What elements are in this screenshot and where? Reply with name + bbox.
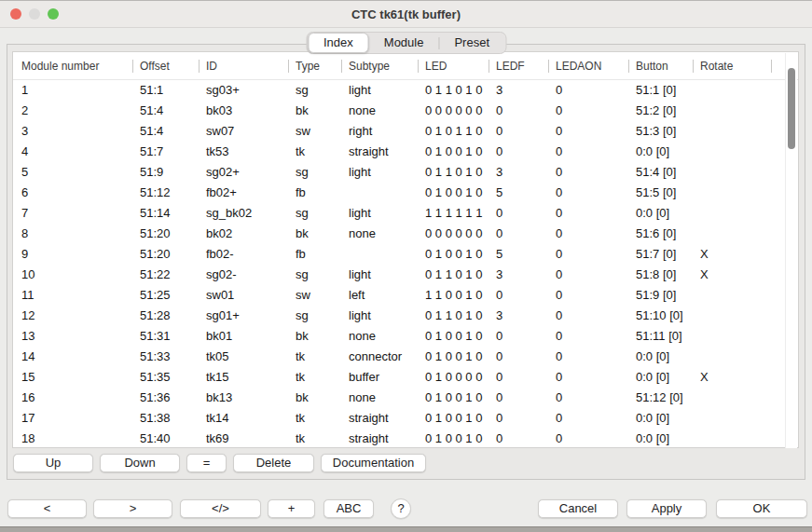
cell-rotate: X (693, 244, 772, 265)
cell-button: 51:8 [0] (628, 265, 693, 285)
table-row[interactable]: 1451:33tk05tkconnector0 1 0 0 1 0000:0 [… (13, 347, 798, 367)
cancel-button[interactable]: Cancel (538, 499, 618, 518)
cell-rotate (693, 306, 772, 326)
table-row[interactable]: 351:4sw07swright0 1 0 1 1 00051:3 [0] (13, 121, 798, 142)
column-header-button[interactable]: Button (628, 52, 693, 80)
column-header-ledf[interactable]: LEDF (489, 52, 548, 80)
table-row[interactable]: 1551:35tk15tkbuffer0 1 0 0 0 0000:0 [0]X (13, 367, 798, 388)
cell-led: 0 1 0 0 0 0 (418, 367, 489, 388)
cell-module-number: 5 (13, 162, 132, 183)
column-header-offset[interactable]: Offset (132, 52, 199, 80)
cell-type: sg (288, 265, 341, 285)
cell-offset: 51:4 (132, 101, 199, 121)
cell-module-number: 8 (13, 224, 132, 244)
cell-ledf: 0 (489, 408, 548, 429)
cell-module-number: 15 (13, 367, 132, 388)
delete-button[interactable]: Delete (233, 454, 314, 472)
tab-module[interactable]: Module (369, 33, 439, 53)
table-row[interactable]: 751:14sg_bk02sglight1 1 1 1 1 1000:0 [0] (13, 203, 798, 224)
apply-button[interactable]: Apply (626, 499, 707, 518)
cell-module-number: 11 (13, 285, 132, 306)
add-button[interactable]: + (268, 499, 315, 518)
up-button[interactable]: Up (13, 454, 93, 472)
cell-subtype: none (341, 388, 418, 408)
cell-button: 51:7 [0] (628, 244, 693, 265)
cell-offset: 51:38 (132, 408, 199, 429)
cell-ledaon: 0 (548, 388, 628, 408)
cell-button: 0:0 [0] (628, 142, 693, 162)
cell-subtype: light (341, 162, 418, 183)
cell-ledf: 3 (489, 80, 548, 101)
table-row[interactable]: 951:20fb02-fb0 1 0 0 1 05051:7 [0]X (13, 244, 798, 265)
column-header-rotate[interactable]: Rotate (693, 52, 772, 80)
previous-button[interactable]: < (7, 499, 87, 518)
cell-subtype (341, 183, 418, 203)
cell-id: tk05 (199, 347, 288, 367)
code-view-button[interactable]: </> (180, 499, 261, 518)
column-header-subtype[interactable]: Subtype (341, 52, 418, 80)
title-bar[interactable]: CTC tk61(tk buffer) (0, 1, 812, 28)
cell-offset: 51:7 (132, 142, 199, 162)
cell-ledf: 3 (489, 265, 548, 285)
cell-ledf: 0 (489, 121, 548, 142)
cell-type: sw (288, 121, 341, 142)
table-row[interactable]: 151:1sg03+sglight0 1 1 0 1 03051:1 [0] (13, 80, 798, 101)
table-row[interactable]: 851:20bk02bknone0 0 0 0 0 00051:6 [0] (13, 224, 798, 244)
cell-module-number: 10 (13, 265, 132, 285)
cell-ledf: 0 (489, 347, 548, 367)
cell-module-number: 16 (13, 388, 132, 408)
table-row[interactable]: 1351:31bk01bknone0 1 0 0 1 00051:11 [0] (13, 326, 798, 347)
table-body: 151:1sg03+sglight0 1 1 0 1 03051:1 [0]25… (13, 80, 798, 447)
cell-led: 0 1 0 0 1 0 (418, 142, 489, 162)
cell-id: sw07 (199, 121, 288, 142)
documentation-button[interactable]: Documentation (321, 454, 426, 472)
cell-button: 51:12 [0] (628, 388, 693, 408)
cell-rotate (693, 203, 772, 224)
table-row[interactable]: 1251:28sg01+sglight0 1 1 0 1 03051:10 [0… (13, 306, 798, 326)
table-row[interactable]: 651:12fb02+fb0 1 0 0 1 05051:5 [0] (13, 183, 798, 203)
ok-button[interactable]: OK (716, 499, 807, 518)
module-table: Module numberOffsetIDTypeSubtypeLEDLEDFL… (12, 51, 799, 448)
cell-ledf: 0 (489, 388, 548, 408)
cell-ledaon: 0 (548, 162, 628, 183)
cell-ledf: 0 (489, 326, 548, 347)
table-row[interactable]: 451:7tk53tkstraight0 1 0 0 1 0000:0 [0] (13, 142, 798, 162)
column-header-module-number[interactable]: Module number (13, 52, 132, 80)
cell-button: 0:0 [0] (628, 408, 693, 429)
cell-ledf: 3 (489, 162, 548, 183)
cell-subtype: light (341, 306, 418, 326)
help-button[interactable]: ? (391, 498, 411, 519)
table-row[interactable]: 1651:36bk13bknone0 1 0 0 1 00051:12 [0] (13, 388, 798, 408)
table-row[interactable]: 251:4bk03bknone0 0 0 0 0 00051:2 [0] (13, 101, 798, 121)
cell-type: bk (288, 326, 341, 347)
table-row[interactable]: 1051:22sg02-sglight0 1 1 0 1 03051:8 [0]… (13, 265, 798, 285)
next-button[interactable]: > (93, 499, 172, 518)
cell-button: 51:1 [0] (628, 80, 693, 101)
column-header-id[interactable]: ID (199, 52, 288, 80)
table-row[interactable]: 551:9sg02+sglight0 1 1 0 1 03051:4 [0] (13, 162, 798, 183)
cell-module-number: 7 (13, 203, 132, 224)
column-header-led[interactable]: LED (418, 52, 489, 80)
abc-button[interactable]: ABC (323, 499, 374, 518)
cell-offset: 51:31 (132, 326, 199, 347)
column-header-ledaon[interactable]: LEDAON (548, 52, 628, 80)
cell-led: 0 1 1 0 1 0 (418, 265, 489, 285)
cell-offset: 51:40 (132, 429, 199, 447)
tab-index[interactable]: Index (308, 33, 369, 53)
cell-led: 0 1 0 0 1 0 (418, 244, 489, 265)
cell-button: 51:6 [0] (628, 224, 693, 244)
cell-rotate (693, 347, 772, 367)
cell-type: sg (288, 306, 341, 326)
down-button[interactable]: Down (100, 454, 180, 472)
vertical-scrollbar[interactable] (785, 53, 797, 448)
table-row[interactable]: 1751:38tk14tkstraight0 1 0 0 1 0000:0 [0… (13, 408, 798, 429)
tab-preset[interactable]: Preset (439, 33, 504, 53)
scrollbar-thumb[interactable] (788, 68, 795, 149)
table-row[interactable]: 1851:40tk69tkstraight0 1 0 0 1 0000:0 [0… (13, 429, 798, 447)
equals-button[interactable]: = (186, 454, 227, 472)
column-header-type[interactable]: Type (288, 52, 341, 80)
cell-ledaon: 0 (548, 347, 628, 367)
table-row[interactable]: 1151:25sw01swleft1 1 0 0 1 00051:9 [0] (13, 285, 798, 306)
cell-type: sg (288, 162, 341, 183)
cell-type: tk (288, 142, 341, 162)
